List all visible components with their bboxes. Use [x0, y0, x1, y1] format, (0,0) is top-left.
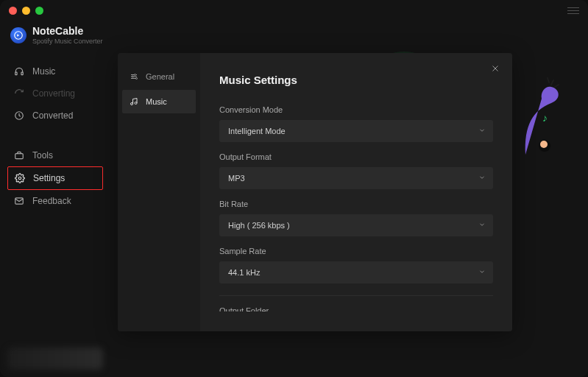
maximize-window-button[interactable] — [35, 7, 43, 15]
svg-point-11 — [135, 102, 137, 105]
sidebar-item-label: Converted — [32, 110, 73, 121]
select-value: Intelligent Mode — [228, 127, 286, 135]
sidebar-item-converted[interactable]: Converted — [0, 105, 110, 127]
svg-point-8 — [132, 76, 134, 77]
gear-icon — [14, 172, 26, 184]
tab-music[interactable]: Music — [122, 90, 196, 113]
sample-rate-select[interactable]: 44.1 kHz — [219, 261, 493, 283]
music-note-icon: ♪ — [542, 112, 548, 124]
convert-icon — [13, 88, 25, 99]
settings-tabs: General Music — [118, 53, 200, 331]
sidebar-item-label: Tools — [32, 150, 53, 161]
blurred-region — [7, 348, 103, 370]
tab-label: Music — [146, 97, 167, 106]
select-value: MP3 — [228, 174, 245, 183]
select-value: High ( 256 kbps ) — [228, 221, 290, 230]
close-icon — [491, 64, 500, 73]
svg-rect-4 — [15, 154, 24, 159]
clock-icon — [13, 110, 25, 121]
sidebar-item-label: Settings — [33, 173, 65, 183]
bit-rate-label: Bit Rate — [219, 200, 493, 208]
chevron-down-icon — [478, 174, 486, 183]
svg-point-7 — [135, 74, 136, 76]
brand-subtitle: Spotify Music Converter — [32, 38, 103, 45]
output-format-select[interactable]: MP3 — [219, 167, 493, 189]
chevron-down-icon — [478, 221, 486, 230]
brand-logo-icon — [10, 27, 26, 43]
settings-modal: General Music Music Settings Conversion … — [118, 53, 512, 331]
titlebar — [0, 0, 588, 21]
sidebar-item-label: Feedback — [32, 196, 71, 206]
bit-rate-select[interactable]: High ( 256 kbps ) — [219, 214, 493, 236]
app-window: NoteCable Spotify Music Converter Music … — [0, 0, 588, 377]
tab-label: General — [146, 72, 174, 81]
svg-rect-2 — [21, 72, 23, 75]
sidebar: Music Converting Converted Tools Setting… — [0, 60, 110, 212]
sidebar-item-feedback[interactable]: Feedback — [0, 190, 110, 212]
settings-panel: Music Settings Conversion Mode Intellige… — [200, 53, 512, 331]
conversion-mode-select[interactable]: Intelligent Mode — [219, 120, 493, 142]
sidebar-item-label: Music — [32, 66, 55, 77]
settings-scroll[interactable]: Conversion Mode Intelligent Mode Output … — [219, 105, 493, 311]
panel-title: Music Settings — [219, 74, 493, 86]
select-value: 44.1 kHz — [228, 268, 260, 277]
output-format-label: Output Format — [219, 152, 493, 161]
svg-rect-1 — [15, 72, 17, 75]
sidebar-item-converting[interactable]: Converting — [0, 82, 110, 105]
headphones-icon — [13, 66, 25, 77]
menu-icon[interactable] — [567, 7, 579, 14]
tab-general[interactable]: General — [118, 65, 200, 88]
svg-point-5 — [18, 177, 21, 180]
sliders-icon — [128, 71, 140, 82]
chevron-down-icon — [478, 127, 486, 135]
minimize-window-button[interactable] — [22, 7, 30, 15]
sidebar-item-settings[interactable]: Settings — [14, 167, 96, 189]
toolbox-icon — [13, 149, 25, 161]
close-button[interactable] — [489, 62, 502, 75]
window-controls — [9, 7, 43, 15]
close-window-button[interactable] — [9, 7, 17, 15]
svg-point-9 — [136, 78, 138, 80]
brand-title: NoteCable — [32, 25, 103, 37]
svg-point-10 — [131, 103, 133, 105]
mail-icon — [13, 195, 25, 207]
output-folder-label: Output Folder — [219, 306, 493, 311]
conversion-mode-label: Conversion Mode — [219, 105, 493, 114]
brand: NoteCable Spotify Music Converter — [10, 25, 103, 45]
chevron-down-icon — [478, 268, 486, 277]
sidebar-item-label: Converting — [32, 88, 75, 99]
sidebar-item-tools[interactable]: Tools — [0, 144, 110, 166]
sidebar-item-music[interactable]: Music — [0, 60, 110, 82]
sample-rate-label: Sample Rate — [219, 247, 493, 256]
waving-arm-illustration — [511, 74, 562, 155]
music-icon — [128, 96, 140, 108]
